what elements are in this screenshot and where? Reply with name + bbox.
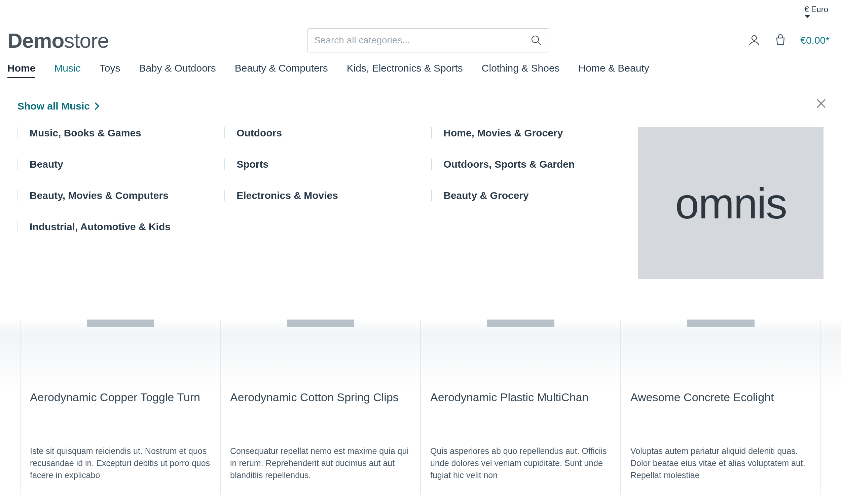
search-icon[interactable] (531, 35, 542, 46)
product-image-placeholder (30, 320, 210, 333)
caret-down-icon (804, 14, 831, 18)
svg-point-3 (752, 36, 757, 40)
product-title: Aerodynamic Plastic MultiChan (430, 390, 611, 404)
svg-line-2 (538, 42, 540, 45)
logo-light: store (64, 29, 109, 52)
close-icon (816, 98, 826, 109)
nav-item-baby-outdoors[interactable]: Baby & Outdoors (139, 62, 216, 78)
mega-banner[interactable]: omnis (638, 127, 824, 279)
product-desc: Iste sit quisquam reiciendis ut. Nostrum… (30, 445, 210, 482)
close-mega-button[interactable] (816, 98, 826, 109)
nav-item-beauty-computers[interactable]: Beauty & Computers (235, 62, 328, 78)
mega-banner-text: omnis (675, 179, 787, 228)
nav-item-home-beauty[interactable]: Home & Beauty (579, 62, 649, 78)
product-list: Aerodynamic Copper Toggle Turn Iste sit … (0, 320, 841, 494)
mega-link[interactable]: Sports (224, 159, 431, 170)
mega-col-2: Outdoors Sports Electronics & Movies (224, 127, 431, 201)
search-input[interactable] (314, 35, 542, 46)
store-logo[interactable]: Demostore (7, 29, 109, 52)
product-card[interactable]: Awesome Concrete Ecolight Voluptas autem… (621, 320, 821, 494)
cart-icon[interactable] (774, 34, 787, 47)
currency-selector[interactable]: € Euro (804, 5, 831, 18)
product-image-placeholder (230, 320, 411, 333)
nav-item-toys[interactable]: Toys (100, 62, 120, 78)
product-card[interactable]: Aerodynamic Cotton Spring Clips Consequa… (220, 320, 420, 494)
show-all-music-link[interactable]: Show all Music (17, 101, 100, 112)
nav-item-music[interactable]: Music (54, 62, 81, 78)
nav-item-clothing-shoes[interactable]: Clothing & Shoes (482, 62, 560, 78)
mega-col-1: Music, Books & Games Beauty Beauty, Movi… (17, 127, 224, 232)
cart-amount[interactable]: €0.00* (800, 35, 829, 46)
product-desc: Voluptas autem pariatur aliquid deleniti… (631, 445, 811, 482)
nav-item-home[interactable]: Home (7, 62, 35, 78)
account-icon[interactable] (748, 34, 760, 47)
nav-item-kids-electronics[interactable]: Kids, Electronics & Sports (347, 62, 463, 78)
main-nav: Home Music Toys Baby & Outdoors Beauty &… (0, 62, 841, 85)
product-desc: Consequatur repellat nemo est maxime qui… (230, 445, 411, 482)
logo-bold: Demo (7, 29, 64, 52)
mega-link[interactable]: Music, Books & Games (17, 127, 224, 139)
mega-link[interactable]: Outdoors, Sports & Garden (431, 159, 638, 170)
mega-link[interactable]: Beauty, Movies & Computers (17, 190, 224, 201)
product-title: Awesome Concrete Ecolight (631, 390, 811, 404)
chevron-right-icon (94, 102, 100, 110)
svg-point-1 (532, 36, 538, 43)
mega-link[interactable]: Home, Movies & Grocery (431, 127, 638, 139)
currency-label: € Euro (804, 5, 828, 14)
mega-link[interactable]: Outdoors (224, 127, 431, 139)
product-title: Aerodynamic Cotton Spring Clips (230, 390, 411, 404)
svg-marker-0 (804, 15, 810, 18)
mega-col-3: Home, Movies & Grocery Outdoors, Sports … (431, 127, 638, 201)
product-image-placeholder (631, 320, 811, 333)
mega-link[interactable]: Beauty (17, 159, 224, 170)
product-image-placeholder (430, 320, 611, 333)
mega-link[interactable]: Beauty & Grocery (431, 190, 638, 201)
mega-menu: Show all Music Music, Books & Games Beau… (0, 85, 841, 303)
product-title: Aerodynamic Copper Toggle Turn (30, 390, 210, 404)
product-desc: Quis asperiores ab quo repellendus aut. … (430, 445, 611, 482)
mega-link[interactable]: Electronics & Movies (224, 190, 431, 201)
product-card[interactable]: Aerodynamic Plastic MultiChan Quis asper… (420, 320, 621, 494)
mega-link[interactable]: Industrial, Automotive & Kids (17, 221, 224, 232)
show-all-label: Show all Music (17, 101, 90, 112)
product-card[interactable]: Aerodynamic Copper Toggle Turn Iste sit … (20, 320, 220, 494)
search-box[interactable] (307, 28, 549, 52)
